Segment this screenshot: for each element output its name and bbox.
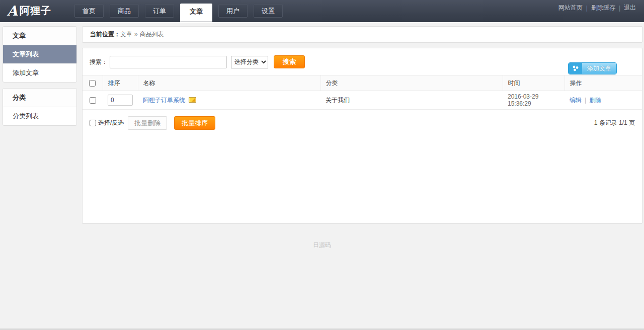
logout-link[interactable]: 退出 <box>624 4 636 12</box>
header-ops: 操作 <box>565 75 642 91</box>
search-input[interactable] <box>110 56 227 68</box>
search-label: 搜索： <box>90 58 108 66</box>
select-invert-label: 选择/反选 <box>98 119 124 127</box>
breadcrumb-page: 商品列表 <box>140 31 164 38</box>
main-content: 当前位置：文章»商品列表 搜索： 选择分类 搜索 添加文章 <box>82 26 642 224</box>
article-title-link[interactable]: 阿狸子订单系统 <box>143 97 185 104</box>
row-checkbox[interactable] <box>90 97 96 104</box>
topbar: A 阿狸子 首页 商品 订单 文章 用户 设置 网站首页 | 删除缓存 | 退出 <box>0 0 644 22</box>
ops-separator: | <box>585 97 586 104</box>
add-article-button-label: 添加文章 <box>582 63 616 74</box>
logo: A 阿狸子 <box>0 0 71 22</box>
sidebar-group-title-articles: 文章 <box>3 27 76 45</box>
table-row: 阿狸子订单系统 关于我们 2016-03-29 15:36:29 编辑|删除 <box>83 91 642 110</box>
bulk-sort-button[interactable]: 批量排序 <box>174 116 215 130</box>
search-button[interactable]: 搜索 <box>274 55 305 68</box>
sidebar-group-articles: 文章 文章列表 添加文章 <box>3 26 77 82</box>
edit-link[interactable]: 编辑 <box>570 97 582 104</box>
select-all-checkbox[interactable] <box>89 80 96 87</box>
quick-links-separator: | <box>619 5 620 12</box>
breadcrumb-separator: » <box>134 31 138 38</box>
quick-links-separator: | <box>586 5 588 12</box>
article-category: 关于我们 <box>320 91 503 110</box>
breadcrumb-section: 文章 <box>120 31 132 38</box>
article-time: 2016-03-29 15:36:29 <box>503 91 565 110</box>
add-article-button[interactable]: 添加文章 <box>568 62 617 74</box>
nav-tab-users[interactable]: 用户 <box>218 4 248 18</box>
site-home-link[interactable]: 网站首页 <box>558 4 583 12</box>
main-nav: 首页 商品 订单 文章 用户 设置 <box>71 0 286 22</box>
logo-text: 阿狸子 <box>20 4 51 18</box>
quick-links: 网站首页 | 删除缓存 | 退出 <box>558 0 644 22</box>
sidebar-group-categories: 分类 分类列表 <box>3 88 77 126</box>
sort-order-input[interactable] <box>108 95 133 106</box>
delete-link[interactable]: 删除 <box>589 97 601 104</box>
nav-tab-products[interactable]: 商品 <box>110 4 139 18</box>
bulk-action-bar: 选择/反选 批量删除 批量排序 1 条记录 1/1 页 <box>83 110 642 136</box>
nav-tab-home[interactable]: 首页 <box>74 4 104 18</box>
category-select[interactable]: 选择分类 <box>231 56 268 68</box>
attachment-image-icon <box>189 97 196 103</box>
header-category: 分类 <box>320 75 503 91</box>
sidebar-item-article-list[interactable]: 文章列表 <box>3 45 76 64</box>
header-sort: 排序 <box>103 75 138 91</box>
sidebar-group-title-categories: 分类 <box>3 89 76 107</box>
header-name: 名称 <box>138 75 320 91</box>
bulk-delete-button[interactable]: 批量删除 <box>128 116 167 130</box>
sidebar-item-category-list[interactable]: 分类列表 <box>3 107 76 125</box>
sidebar: 文章 文章列表 添加文章 分类 分类列表 <box>3 26 77 131</box>
breadcrumb-prefix: 当前位置： <box>90 31 120 38</box>
article-table: 排序 名称 分类 时间 操作 阿狸子订单系统 关于我们 2016-03-29 <box>83 75 642 110</box>
nav-tab-articles[interactable]: 文章 <box>180 4 212 22</box>
select-invert-checkbox[interactable] <box>90 120 96 126</box>
clear-cache-link[interactable]: 删除缓存 <box>591 4 615 12</box>
article-list-panel: 搜索： 选择分类 搜索 添加文章 排序 <box>82 48 642 224</box>
sidebar-item-add-article[interactable]: 添加文章 <box>3 64 76 82</box>
logo-icon: A <box>7 3 18 19</box>
pagination-info: 1 条记录 1/1 页 <box>594 119 635 127</box>
table-header-row: 排序 名称 分类 时间 操作 <box>83 75 642 91</box>
footer-watermark: 日源码 <box>0 241 644 250</box>
header-time: 时间 <box>503 75 565 91</box>
cluster-icon <box>569 63 582 74</box>
nav-tab-orders[interactable]: 订单 <box>145 4 174 18</box>
search-toolbar: 搜索： 选择分类 搜索 <box>83 48 642 75</box>
nav-tab-settings[interactable]: 设置 <box>254 4 283 18</box>
breadcrumb: 当前位置：文章»商品列表 <box>82 26 642 43</box>
